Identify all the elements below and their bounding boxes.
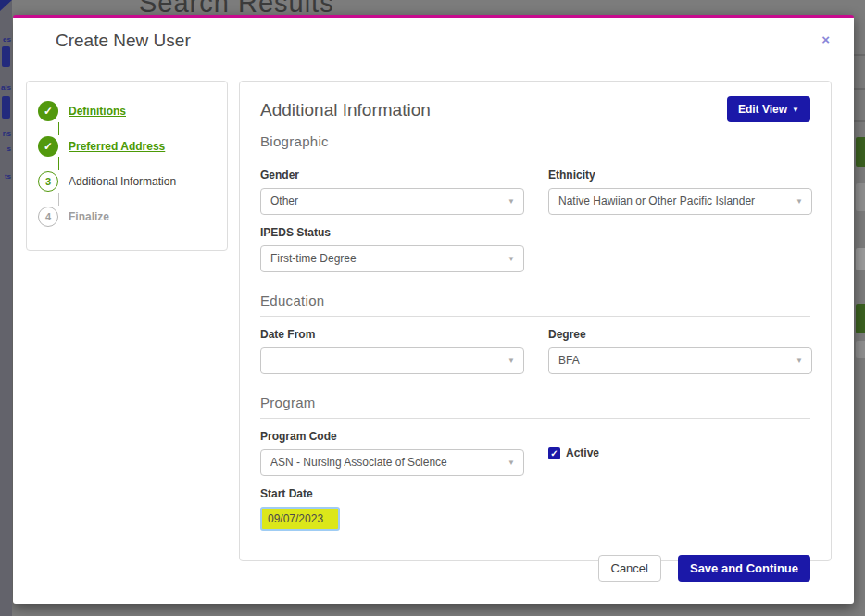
date-from-label: Date From (260, 328, 524, 341)
step-number-icon: 4 (38, 207, 58, 227)
step-connector (58, 157, 59, 170)
section-title-program: Program (260, 395, 810, 419)
step-label-preferred-address[interactable]: Preferred Address (69, 140, 165, 153)
create-new-user-modal: Create New User × ✓ Definitions ✓ Prefer… (13, 15, 854, 604)
background-gray-button-fragment (856, 341, 865, 358)
ethnicity-value: Native Hawiian or Other Pacific Islander (558, 195, 755, 207)
background-table-fragment (854, 15, 865, 616)
start-date-label: Start Date (260, 487, 810, 500)
date-from-select[interactable]: ▼ (260, 347, 524, 374)
cancel-button[interactable]: Cancel (598, 555, 661, 582)
background-gray-button-fragment (856, 248, 865, 270)
field-ipeds-status: IPEDS Status First-time Degree▼ (260, 215, 524, 272)
active-checkbox[interactable]: ✓ (548, 447, 560, 459)
sidebar-item-fragment: als (1, 83, 11, 92)
background-sidebar: es als ns s ts (0, 0, 12, 616)
step-label-finalize: Finalize (69, 210, 109, 223)
dropdown-caret-icon: ▼ (508, 189, 515, 214)
dropdown-caret-icon: ▼ (508, 246, 515, 271)
modal-title: Create New User (56, 31, 191, 51)
additional-information-panel: Additional Information Edit View▼ Biogra… (239, 81, 832, 561)
check-circle-icon: ✓ (38, 101, 58, 121)
step-connector (58, 193, 59, 206)
ethnicity-select[interactable]: Native Hawiian or Other Pacific Islander… (548, 188, 812, 215)
edit-view-label: Edit View (738, 103, 787, 116)
ipeds-status-label: IPEDS Status (260, 226, 524, 239)
sidebar-item-fragment: es (3, 35, 11, 44)
panel-footer: Cancel Save and Continue (260, 555, 810, 582)
chevron-down-icon: ▼ (792, 106, 799, 114)
background-page-heading: Search Results (139, 0, 334, 15)
panel-title: Additional Information (260, 96, 431, 120)
sidebar-item-fragment: ns (3, 130, 11, 138)
background-green-button-fragment (856, 304, 865, 333)
field-degree: Degree BFA▼ (548, 317, 812, 374)
start-date-input[interactable] (260, 507, 340, 531)
step-preferred-address[interactable]: ✓ Preferred Address (38, 136, 227, 157)
sidebar-item-fragment: ts (5, 172, 11, 181)
background-page-header: Search Results (0, 0, 865, 15)
gender-value: Other (270, 195, 298, 207)
edit-view-button[interactable]: Edit View▼ (727, 96, 810, 122)
step-finalize: 4 Finalize (38, 207, 227, 227)
step-label-additional-information: Additional Information (69, 175, 176, 188)
dropdown-caret-icon: ▼ (508, 450, 515, 475)
background-table-line (854, 88, 865, 90)
save-and-continue-button[interactable]: Save and Continue (678, 555, 810, 582)
sidebar-item-icon (2, 96, 10, 119)
ipeds-status-select[interactable]: First-time Degree▼ (260, 245, 524, 272)
step-number-icon: 3 (38, 171, 58, 192)
section-title-biographic: Biographic (260, 133, 810, 157)
background-table-line (854, 120, 865, 122)
ipeds-status-value: First-time Degree (270, 252, 357, 265)
field-ethnicity: Ethnicity Native Hawiian or Other Pacifi… (548, 157, 812, 215)
degree-label: Degree (548, 328, 812, 341)
step-label-definitions[interactable]: Definitions (69, 105, 126, 118)
wizard-stepper: ✓ Definitions ✓ Preferred Address 3 Addi… (26, 81, 228, 251)
field-program-code: Program Code ASN - Nursing Associate of … (260, 419, 524, 476)
step-additional-information: 3 Additional Information (38, 171, 227, 192)
program-code-select[interactable]: ASN - Nursing Associate of Science▼ (260, 449, 524, 476)
field-date-from: Date From ▼ (260, 317, 524, 374)
section-title-education: Education (260, 293, 810, 317)
degree-select[interactable]: BFA▼ (548, 347, 812, 374)
sidebar-item-fragment: s (7, 145, 11, 153)
panel-header: Additional Information Edit View▼ (260, 96, 810, 122)
gender-select[interactable]: Other▼ (260, 188, 524, 215)
program-code-value: ASN - Nursing Associate of Science (270, 456, 447, 469)
gender-label: Gender (260, 169, 524, 182)
dropdown-caret-icon: ▼ (508, 348, 515, 373)
background-green-button-fragment (856, 137, 865, 167)
dropdown-caret-icon: ▼ (796, 348, 803, 373)
close-icon[interactable]: × (821, 32, 830, 46)
program-code-label: Program Code (260, 430, 524, 443)
step-definitions[interactable]: ✓ Definitions (38, 101, 227, 121)
field-active: ✓ Active (548, 430, 812, 476)
background-table-line (854, 54, 865, 56)
dropdown-caret-icon: ▼ (796, 189, 803, 214)
check-circle-icon: ✓ (38, 136, 58, 157)
field-gender: Gender Other▼ (260, 157, 524, 215)
sidebar-arrow-icon (0, 0, 12, 11)
background-gray-button-fragment (856, 183, 865, 211)
sidebar-item-icon (2, 46, 10, 67)
ethnicity-label: Ethnicity (548, 169, 812, 182)
field-start-date: Start Date (260, 487, 810, 531)
step-connector (58, 122, 59, 135)
degree-value: BFA (558, 354, 580, 367)
active-label: Active (566, 446, 599, 459)
